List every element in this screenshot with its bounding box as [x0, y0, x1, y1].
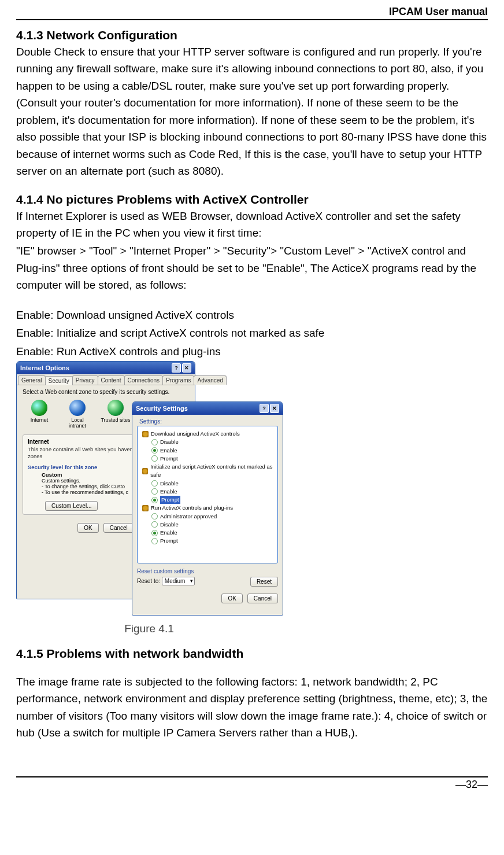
tab-privacy[interactable]: Privacy [72, 375, 98, 385]
tab-security[interactable]: Security [45, 376, 73, 385]
reset-to-label: Reset to: [137, 578, 160, 584]
tree-initialize-script: Initialize and script ActiveX controls n… [150, 463, 275, 480]
tree-disable-2: Disable [160, 480, 179, 488]
radio-icon[interactable] [151, 497, 158, 503]
radio-icon[interactable] [151, 513, 158, 519]
figure-4-1: Internet Options ? ✕ General Security Pr… [16, 361, 282, 621]
dialog-tabs: General Security Privacy Content Connect… [17, 374, 195, 385]
cancel-button[interactable]: Cancel [103, 523, 134, 533]
ss-title-bar: Security Settings ? ✕ [132, 402, 283, 415]
figure-caption: Figure 4.1 [91, 622, 207, 635]
reset-button[interactable]: Reset [250, 577, 278, 587]
body-text-414a: If Internet Explorer is used as WEB Brow… [16, 208, 488, 242]
zone-trusted-sites[interactable]: Trusted sites [100, 400, 131, 429]
close-icon[interactable]: ✕ [182, 363, 191, 373]
globe-icon [31, 400, 47, 416]
tab-connections[interactable]: Connections [124, 375, 164, 385]
tree-prompt-2: Prompt [160, 496, 180, 504]
dialog-title-text: Internet Options [20, 364, 69, 371]
tree-admin-approved: Administrator approved [160, 513, 217, 521]
tree-download-unsigned: Download unsigned ActiveX controls [151, 430, 240, 438]
tab-advanced[interactable]: Advanced [194, 375, 226, 385]
tree-enable-2: Enable [160, 488, 177, 496]
body-text-414b: "IE" browser > "Tool" > "Internet Proper… [16, 242, 488, 293]
section-heading-413: 4.1.3 Network Configuration [16, 28, 488, 42]
tree-enable-3: Enable [160, 529, 177, 537]
radio-icon[interactable] [151, 480, 158, 487]
ss-close-icon[interactable]: ✕ [270, 404, 279, 413]
ok-button[interactable]: OK [77, 523, 98, 533]
help-icon[interactable]: ? [172, 363, 181, 373]
ss-cancel-button[interactable]: Cancel [247, 594, 278, 603]
zone-local-intranet-label: Local intranet [62, 417, 93, 429]
tree-run-activex: Run ActiveX controls and plug-ins [151, 504, 233, 512]
radio-icon[interactable] [151, 530, 158, 536]
tab-general[interactable]: General [18, 375, 46, 385]
radio-icon[interactable] [151, 538, 158, 544]
zone-local-intranet[interactable]: Local intranet [62, 400, 93, 429]
settings-label: Settings: [139, 418, 278, 425]
tree-disable-3: Disable [160, 521, 179, 529]
settings-tree-box[interactable]: Download unsigned ActiveX controls Disab… [137, 426, 278, 563]
section-heading-415: 4.1.5 Problems with network bandwidth [16, 647, 488, 661]
tree-disable-1: Disable [160, 438, 179, 446]
reset-to-select[interactable]: Medium [162, 577, 195, 585]
radio-icon[interactable] [151, 488, 158, 495]
body-text-413: Double Check to ensure that your HTTP se… [16, 43, 488, 180]
zone-trusted-sites-label: Trusted sites [100, 417, 131, 423]
enable-line-1: Enable: Download unsigned ActiveX contro… [16, 307, 488, 323]
tree-enable-1: Enable [160, 447, 177, 455]
ss-title-text: Security Settings [136, 405, 188, 412]
ss-help-icon[interactable]: ? [260, 404, 269, 413]
dialog-security-settings: Security Settings ? ✕ Settings: Download… [132, 401, 283, 616]
radio-icon[interactable] [151, 455, 158, 462]
enable-line-3: Enable: Run ActiveX controls and plug-in… [16, 343, 488, 360]
tree-prompt-3: Prompt [160, 537, 178, 545]
radio-icon[interactable] [151, 521, 158, 528]
dialog-title-bar: Internet Options ? ✕ [17, 362, 195, 374]
reset-custom-label: Reset custom settings [137, 568, 278, 574]
zone-internet[interactable]: Internet [24, 400, 55, 429]
custom-level-button[interactable]: Custom Level... [45, 501, 98, 511]
tree-prompt-1: Prompt [160, 455, 178, 463]
enable-line-2: Enable: Initialize and script ActiveX co… [16, 325, 488, 341]
gear-icon [142, 505, 149, 511]
gear-icon [142, 468, 148, 474]
radio-icon[interactable] [151, 447, 158, 454]
page-number: —32— [16, 776, 488, 797]
tab-content[interactable]: Content [98, 375, 125, 385]
zone-instruction: Select a Web content zone to specify its… [23, 389, 189, 395]
radio-icon[interactable] [151, 439, 158, 445]
section-heading-414: 4.1.4 No pictures Problems with ActiveX … [16, 193, 488, 207]
gear-icon [142, 431, 149, 437]
ss-ok-button[interactable]: OK [221, 594, 242, 603]
document-header: IPCAM User manual [16, 5, 488, 20]
tab-programs[interactable]: Programs [162, 375, 194, 385]
trusted-icon [108, 400, 124, 416]
zone-internet-label: Internet [24, 417, 55, 423]
body-text-415: The image frame rate is subjected to the… [16, 673, 488, 742]
intranet-icon [69, 400, 86, 416]
